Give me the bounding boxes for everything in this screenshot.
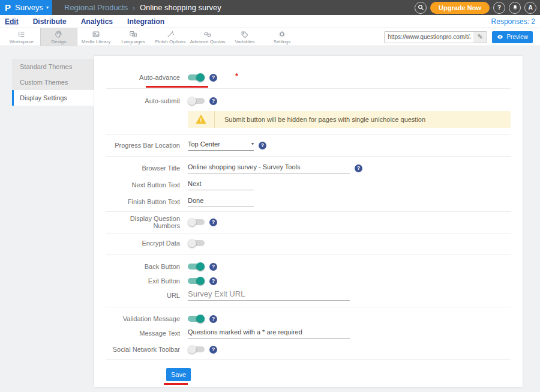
tab-integration[interactable]: Integration: [127, 17, 164, 26]
auto-advance-label: Auto-advance: [106, 74, 180, 81]
preview-button[interactable]: Preview: [492, 31, 533, 43]
message-text-input[interactable]: [188, 328, 350, 339]
back-button-toggle[interactable]: [188, 262, 205, 271]
divider: [106, 359, 511, 360]
toolbar-item-settings[interactable]: Settings: [263, 28, 301, 46]
divider: [106, 234, 511, 234]
browser-title-label: Browser Title: [106, 164, 180, 172]
upgrade-now-button[interactable]: Upgrade Now: [430, 2, 490, 14]
breadcrumb-parent[interactable]: Regional Products: [64, 3, 128, 12]
svg-text:!: !: [200, 117, 202, 123]
themes-sidebar: Standard Themes Custom Themes Display Se…: [12, 59, 94, 392]
workspace-icon: [17, 30, 26, 38]
auto-advance-toggle[interactable]: [188, 73, 205, 82]
sidebar-item-standard-themes[interactable]: Standard Themes: [12, 59, 94, 74]
toolbar-item-design[interactable]: Design: [40, 28, 77, 46]
display-settings-page: Standard Themes Custom Themes Display Se…: [0, 46, 540, 392]
questionpro-logo-icon: P: [5, 3, 11, 12]
responses-count[interactable]: Responses: 2: [491, 17, 535, 26]
toolbar-item-variables[interactable]: Variables: [226, 28, 263, 46]
auto-submit-toggle[interactable]: [188, 97, 205, 105]
social-network-toolbar-toggle[interactable]: [188, 345, 205, 354]
divider: [106, 307, 511, 307]
avatar-initial: A: [528, 4, 532, 11]
exit-button-help-icon[interactable]: ?: [209, 277, 217, 285]
progress-bar-help-icon[interactable]: ?: [259, 142, 266, 149]
advance-quotas-icon: [203, 30, 212, 38]
toolbar-item-label: Design: [52, 39, 67, 44]
browser-title-help-icon[interactable]: ?: [355, 164, 362, 172]
tab-edit[interactable]: Edit: [5, 17, 19, 26]
browser-title-row: Browser Title ?: [94, 161, 523, 175]
exit-button-row: Exit Button ?: [94, 274, 523, 288]
social-network-toolbar-help-icon[interactable]: ?: [209, 346, 217, 354]
toolbar-item-label: Workspace: [10, 39, 34, 44]
toolbar-item-workspace[interactable]: Workspace: [3, 28, 40, 46]
variables-icon: [241, 30, 249, 38]
exit-button-label: Exit Button: [106, 277, 180, 285]
sidebar-item-display-settings[interactable]: Display Settings: [12, 90, 94, 106]
browser-title-input[interactable]: [188, 163, 350, 173]
auto-submit-help-icon[interactable]: ?: [209, 97, 217, 105]
auto-submit-row: Auto-submit ?: [94, 94, 523, 108]
toolbar-item-advance-quotas[interactable]: Advance Quotas: [189, 28, 226, 46]
annotation-asterisk: *: [235, 71, 238, 80]
design-toolbar: Workspace Design Media Library Languages…: [0, 28, 540, 46]
finish-button-text-input[interactable]: [188, 197, 254, 207]
search-button[interactable]: [415, 2, 427, 14]
notifications-button[interactable]: [509, 2, 521, 14]
question-icon: ?: [497, 4, 501, 11]
display-question-numbers-help-icon[interactable]: ?: [209, 219, 217, 226]
toolbar-item-label: Variables: [235, 39, 255, 44]
progress-bar-location-value: Top Center: [188, 140, 220, 148]
exit-url-label: URL: [106, 292, 180, 299]
survey-url-box: ✎: [384, 31, 487, 43]
toolbar-item-media-library[interactable]: Media Library: [77, 28, 115, 46]
auto-submit-warning-banner: ! Submit button will be hidden for pages…: [188, 111, 511, 128]
help-button[interactable]: ?: [493, 2, 505, 14]
design-icon: [55, 30, 63, 38]
next-button-text-input[interactable]: [188, 180, 254, 190]
divider: [106, 211, 511, 212]
tab-distribute[interactable]: Distribute: [33, 17, 67, 26]
brand-area[interactable]: P Surveys ▾: [0, 0, 52, 15]
surveys-menu[interactable]: Surveys ▾: [15, 3, 49, 12]
avatar[interactable]: A: [524, 2, 536, 14]
social-network-toolbar-row: Social Network Toolbar ?: [94, 342, 523, 357]
toolbar-item-languages[interactable]: Languages: [115, 28, 152, 46]
encrypt-data-row: Encrypt Data: [94, 236, 523, 250]
back-button-row: Back Button ?: [94, 259, 523, 274]
warning-text: Submit button will be hidden for pages w…: [215, 111, 435, 128]
surveys-menu-label: Surveys: [15, 3, 43, 12]
display-settings-panel: Auto-advance ? * Auto-submit ? ! Submit …: [94, 56, 523, 387]
validation-message-row: Validation Message ?: [94, 312, 523, 326]
back-button-help-icon[interactable]: ?: [209, 263, 217, 271]
toolbar-item-finish-options[interactable]: Finish Options: [152, 28, 189, 46]
left-gutter: [0, 46, 12, 392]
progress-bar-location-row: Progress Bar Location Top Center ▾ ?: [94, 138, 523, 152]
edit-url-icon[interactable]: ✎: [473, 33, 487, 41]
auto-submit-label: Auto-submit: [106, 97, 180, 104]
encrypt-data-toggle[interactable]: [188, 239, 205, 247]
message-text-row: Message Text: [94, 326, 523, 340]
exit-url-input[interactable]: [188, 291, 350, 301]
display-question-numbers-toggle[interactable]: [188, 218, 205, 226]
survey-subnav: Edit Distribute Analytics Integration Re…: [0, 15, 540, 28]
save-button[interactable]: Save: [166, 368, 191, 381]
validation-message-toggle[interactable]: [188, 315, 205, 323]
exit-button-toggle[interactable]: [188, 277, 205, 285]
languages-icon: [129, 30, 137, 38]
validation-message-label: Validation Message: [106, 315, 180, 322]
sidebar-item-custom-themes[interactable]: Custom Themes: [12, 74, 94, 90]
top-navbar: P Surveys ▾ Regional Products › Online s…: [0, 0, 540, 15]
breadcrumb: Regional Products › Online shopping surv…: [64, 0, 221, 15]
tab-analytics[interactable]: Analytics: [81, 17, 113, 26]
finish-button-text-row: Finish Button Text: [94, 194, 523, 209]
divider: [106, 88, 511, 89]
survey-url-input[interactable]: [385, 32, 473, 43]
auto-advance-help-icon[interactable]: ?: [209, 74, 217, 82]
finish-button-text-label: Finish Button Text: [106, 198, 180, 205]
toolbar-item-label: Media Library: [82, 39, 110, 44]
validation-message-help-icon[interactable]: ?: [209, 315, 217, 323]
progress-bar-location-select[interactable]: Top Center ▾: [188, 140, 254, 151]
